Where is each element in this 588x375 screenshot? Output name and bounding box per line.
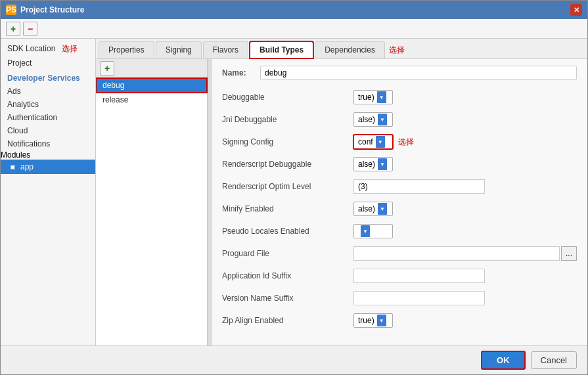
zip-align-value: true) ▼	[353, 313, 393, 328]
project-structure-window: PS Project Structure ✕ + − SDK Location …	[0, 0, 588, 375]
signing-caret: ▼	[376, 136, 385, 148]
window-icon: PS	[6, 5, 16, 15]
jni-debuggable-text: alse)	[358, 115, 375, 124]
build-list: + debug release	[96, 59, 208, 345]
jni-debuggable-dropdown[interactable]: alse) ▼	[353, 112, 393, 127]
sidebar-item-analytics[interactable]: Analytics	[1, 98, 95, 111]
close-button[interactable]: ✕	[570, 4, 582, 16]
developer-services-label: Developer Services	[7, 74, 80, 83]
proguard-file-row: ...	[353, 246, 577, 261]
version-name-suffix-input[interactable]	[353, 291, 485, 305]
tab-flavors[interactable]: Flavors	[203, 41, 248, 58]
signing-config-dropdown[interactable]: conf ▼	[353, 135, 393, 149]
signing-config-label: Signing Config	[222, 137, 353, 146]
prop-row-jni-debuggable: Jni Debuggable alse) ▼	[222, 112, 577, 127]
cloud-label: Cloud	[7, 126, 28, 135]
sidebar-item-app[interactable]: ▣ app	[1, 160, 95, 174]
rs-optim-value	[353, 179, 485, 194]
proguard-browse-button[interactable]: ...	[561, 246, 577, 261]
proguard-label: Proguard File	[222, 249, 353, 258]
jni-debuggable-value: alse) ▼	[353, 112, 393, 127]
pseudo-locales-dropdown[interactable]: ▼	[353, 224, 393, 238]
app-id-suffix-input[interactable]	[353, 269, 485, 283]
modules-header: Modules	[1, 150, 95, 160]
minify-label: Minify Enabled	[222, 204, 353, 213]
window-icon-text: PS	[6, 5, 16, 14]
add-button[interactable]: +	[6, 22, 20, 36]
zip-align-caret: ▼	[377, 315, 386, 326]
version-name-suffix-value	[353, 291, 485, 305]
debuggable-dropdown[interactable]: true) ▼	[353, 90, 393, 104]
minify-dropdown[interactable]: alse) ▼	[353, 202, 393, 216]
notifications-label: Notifications	[7, 139, 50, 148]
prop-row-proguard: Proguard File ...	[222, 246, 577, 261]
prop-row-minify: Minify Enabled alse) ▼	[222, 201, 577, 217]
signing-config-text: conf	[358, 137, 373, 146]
name-row: Name:	[222, 66, 577, 80]
sdk-location-label: SDK Location	[7, 44, 55, 53]
build-panel: + debug release Name:	[96, 59, 587, 345]
signing-config-value: conf ▼ 选择	[353, 135, 414, 149]
sidebar-item-cloud[interactable]: Cloud	[1, 124, 95, 137]
prop-row-app-id-suffix: Application Id Suffix	[222, 268, 577, 284]
sidebar-item-authentication[interactable]: Authentication	[1, 111, 95, 124]
prop-row-signing-config: Signing Config conf ▼ 选择	[222, 134, 577, 150]
tab-build-types[interactable]: Build Types	[250, 41, 313, 58]
remove-button[interactable]: −	[23, 22, 37, 36]
minify-value: alse) ▼	[353, 202, 393, 216]
prop-row-rs-optim: Renderscript Optim Level	[222, 179, 577, 194]
analytics-label: Analytics	[7, 100, 39, 109]
prop-row-debuggable: Debuggable true) ▼	[222, 89, 577, 105]
app-label: app	[20, 162, 34, 171]
build-list-item-debug[interactable]: debug	[96, 78, 207, 93]
prop-row-zip-align: Zip Align Enabled true) ▼	[222, 313, 577, 328]
build-list-item-release[interactable]: release	[96, 93, 207, 107]
app-id-suffix-label: Application Id Suffix	[222, 271, 353, 280]
main-toolbar: + −	[1, 19, 587, 39]
sidebar-item-developer-services[interactable]: Developer Services	[1, 70, 95, 85]
zip-align-dropdown[interactable]: true) ▼	[353, 313, 393, 328]
signing-config-annotation: 选择	[398, 137, 414, 148]
sidebar-item-notifications[interactable]: Notifications	[1, 137, 95, 150]
name-input[interactable]	[260, 66, 577, 80]
debuggable-value: true) ▼	[353, 90, 393, 104]
pseudo-locales-caret: ▼	[361, 225, 370, 237]
bottom-bar: OK Cancel	[1, 345, 587, 374]
sidebar-item-sdk-location[interactable]: SDK Location 选择	[1, 41, 95, 56]
rs-optim-label: Renderscript Optim Level	[222, 182, 353, 191]
prop-row-version-name-suffix: Version Name Suffix	[222, 290, 577, 306]
pseudo-locales-value: ▼	[353, 224, 393, 238]
sidebar: SDK Location 选择 Project Developer Servic…	[1, 39, 96, 345]
content-area: SDK Location 选择 Project Developer Servic…	[1, 39, 587, 345]
tab-signing[interactable]: Signing	[156, 41, 202, 58]
prop-row-rs-debuggable: Renderscript Debuggable alse) ▼	[222, 156, 577, 172]
ok-button[interactable]: OK	[481, 351, 526, 370]
ads-label: Ads	[7, 87, 21, 96]
version-name-suffix-label: Version Name Suffix	[222, 294, 353, 303]
debuggable-label: Debuggable	[222, 93, 353, 102]
title-bar: PS Project Structure ✕	[1, 1, 587, 19]
tabs-annotation: 选择	[389, 45, 405, 56]
prop-row-pseudo-locales: Pseudo Locales Enabled ▼	[222, 223, 577, 239]
build-add-button[interactable]: +	[100, 61, 114, 76]
proguard-input[interactable]	[353, 246, 560, 261]
debug-label: debug	[102, 81, 124, 90]
tab-properties[interactable]: Properties	[99, 41, 154, 58]
rs-debuggable-text: alse)	[358, 160, 375, 169]
build-list-toolbar: +	[96, 59, 207, 78]
sidebar-item-project[interactable]: Project	[1, 56, 95, 70]
project-label: Project	[7, 58, 32, 68]
release-label: release	[102, 95, 128, 104]
tab-dependencies[interactable]: Dependencies	[315, 41, 385, 58]
tabs-bar: Properties Signing Flavors Build Types D…	[96, 39, 587, 59]
minify-caret: ▼	[378, 203, 387, 215]
cancel-button[interactable]: Cancel	[531, 351, 577, 369]
modules-label: Modules	[1, 150, 30, 160]
rs-debuggable-dropdown[interactable]: alse) ▼	[353, 157, 393, 171]
sdk-location-annotation: 选择	[62, 44, 78, 53]
debuggable-text: true)	[358, 93, 374, 102]
pseudo-locales-label: Pseudo Locales Enabled	[222, 227, 353, 236]
sidebar-item-ads[interactable]: Ads	[1, 85, 95, 98]
jni-caret: ▼	[378, 114, 387, 125]
rs-optim-input[interactable]	[353, 179, 485, 194]
